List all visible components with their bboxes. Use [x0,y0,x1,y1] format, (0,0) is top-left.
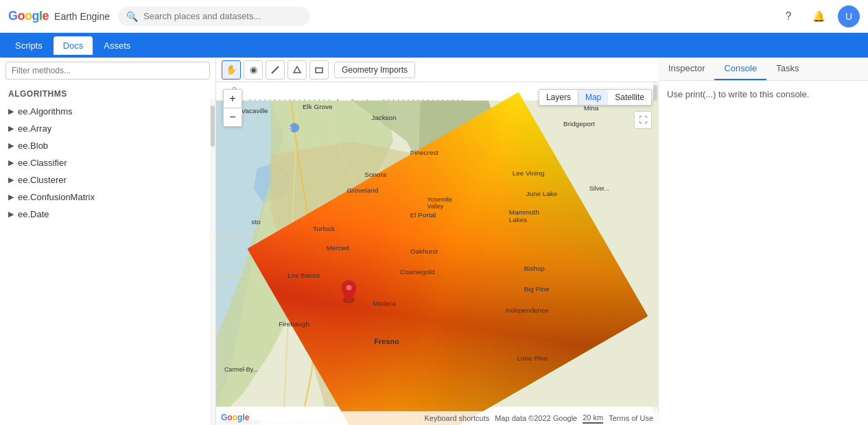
map-area[interactable]: 5 395 395 [216,82,659,425]
hand-tool-button[interactable]: ✋ [222,60,241,80]
svg-text:June Lake: June Lake [526,190,558,197]
svg-text:Silver...: Silver... [589,185,609,192]
map-view-button[interactable]: Map [578,90,608,105]
algo-item-blob[interactable]: ▶ ee.Blob [0,137,215,154]
chevron-right-icon: ▶ [8,158,14,167]
search-input[interactable] [143,11,294,21]
polygon-icon [292,65,302,75]
line-tool-button[interactable] [266,60,285,80]
google-logo-bottom: Google [221,413,249,422]
sidebar: Algorithms ▶ ee.Algorithms ▶ ee.Array ▶ … [0,58,216,425]
chevron-right-icon: ▶ [8,210,14,219]
right-panel: Inspector Console Tasks Use print(...) t… [659,58,868,425]
algo-label: ee.Array [18,123,51,134]
algo-item-array[interactable]: ▶ ee.Array [0,120,215,137]
tab-assets[interactable]: Assets [94,36,140,55]
terms-of-use-link[interactable]: Terms of Use [609,414,653,422]
algo-label: ee.Clusterer [18,175,67,185]
rectangle-tool-button[interactable] [309,60,329,80]
satellite-view-button[interactable]: Satellite [608,90,651,105]
svg-text:Independence: Independence [506,306,549,314]
right-tabs: Inspector Console Tasks [659,58,868,81]
map-data-credit: Map data ©2022 Google [495,414,577,422]
help-button[interactable]: ? [777,5,799,27]
algo-label: ee.Algorithms [18,106,72,117]
tab-docs[interactable]: Docs [54,36,93,55]
map-toolbar: ✋ ◉ Geometry Imports [216,58,659,82]
algo-item-clusterer[interactable]: ▶ ee.Clusterer [0,171,215,189]
line-icon [270,65,280,75]
search-bar[interactable]: 🔍 [118,7,310,26]
chevron-right-icon: ▶ [8,124,14,133]
svg-text:Merced: Merced [327,244,349,252]
svg-text:Carmel-By...: Carmel-By... [224,366,258,373]
marker-tool-button[interactable]: ◉ [244,60,263,80]
svg-text:Firebaugh: Firebaugh [279,320,309,328]
svg-text:El Portal: El Portal [410,211,436,219]
earth-engine-title: Earth Engine [54,11,110,22]
svg-point-17 [347,285,352,291]
zoom-controls: + − [223,89,242,127]
algo-label: ee.Blob [18,141,48,151]
search-icon: 🔍 [126,11,138,22]
svg-line-0 [272,66,279,73]
svg-text:Lone Pine: Lone Pine [517,354,548,362]
svg-text:Jackson: Jackson [371,114,396,121]
svg-text:Sonora: Sonora [364,171,386,178]
algo-section-header: Algorithms [0,84,215,101]
svg-text:Yosemite: Yosemite [427,196,452,203]
tab-tasks[interactable]: Tasks [766,58,808,80]
algo-list: ▶ ee.Algorithms ▶ ee.Array ▶ ee.Blob ▶ e… [0,101,215,425]
chevron-right-icon: ▶ [8,193,14,202]
keyboard-shortcuts-link[interactable]: Keyboard shortcuts [424,414,489,422]
svg-text:Oakhurst: Oakhurst [410,247,438,255]
svg-text:Los Banos: Los Banos [288,271,320,279]
avatar-letter: U [845,11,852,22]
tab-scripts[interactable]: Scripts [5,36,52,55]
tab-console[interactable]: Console [714,58,766,80]
bell-icon: 🔔 [812,10,825,23]
algo-item-classifier[interactable]: ▶ ee.Classifier [0,154,215,171]
logo: Google Earth Engine [8,9,110,23]
scale-indicator: 20 km [583,413,603,424]
map-svg: 5 395 395 [216,82,659,425]
svg-text:5: 5 [289,126,292,131]
svg-text:Bishop: Bishop [524,265,546,272]
svg-text:Valley: Valley [427,203,444,210]
chevron-right-icon: ▶ [8,175,14,184]
tab-bar: Scripts Docs Assets [0,33,868,58]
svg-text:Madera: Madera [373,300,396,307]
zoom-out-button[interactable]: − [224,108,242,126]
avatar[interactable]: U [838,5,860,27]
svg-text:sto: sto [252,218,261,226]
algo-label: ee.ConfusionMatrix [18,192,95,202]
console-hint: Use print(...) to write to this console. [667,89,809,99]
svg-text:Lakes: Lakes [509,216,527,223]
help-icon: ? [786,10,792,23]
algo-item-date[interactable]: ▶ ee.Date [0,206,215,223]
fullscreen-icon: ⛶ [639,115,647,125]
notifications-button[interactable]: 🔔 [808,5,830,27]
svg-marker-1 [294,66,301,73]
svg-text:Fresno: Fresno [374,337,399,345]
svg-text:Pinecrest: Pinecrest [410,149,439,156]
geometry-imports-button[interactable]: Geometry Imports [334,62,415,78]
layers-label: Layers [539,90,578,105]
tab-inspector[interactable]: Inspector [659,58,714,80]
svg-rect-2 [316,68,322,73]
svg-text:Mammoth: Mammoth [509,208,539,216]
map-type-control: Layers Map Satellite [539,89,652,106]
svg-text:Lee Vining: Lee Vining [513,169,545,177]
zoom-in-button[interactable]: + [224,90,242,108]
filter-input[interactable] [5,62,210,80]
svg-text:Bridgeport: Bridgeport [563,120,595,127]
algo-item-algorithms[interactable]: ▶ ee.Algorithms [0,103,215,120]
algo-item-confusion-matrix[interactable]: ▶ ee.ConfusionMatrix [0,189,215,206]
console-content: Use print(...) to write to this console. [659,81,868,425]
top-bar: Google Earth Engine 🔍 ? 🔔 U [0,0,868,33]
algo-label: ee.Classifier [18,158,67,168]
fullscreen-button[interactable]: ⛶ [634,111,652,129]
svg-text:Coarsegold: Coarsegold [400,268,435,276]
chevron-right-icon: ▶ [8,141,14,150]
polygon-tool-button[interactable] [288,60,307,80]
